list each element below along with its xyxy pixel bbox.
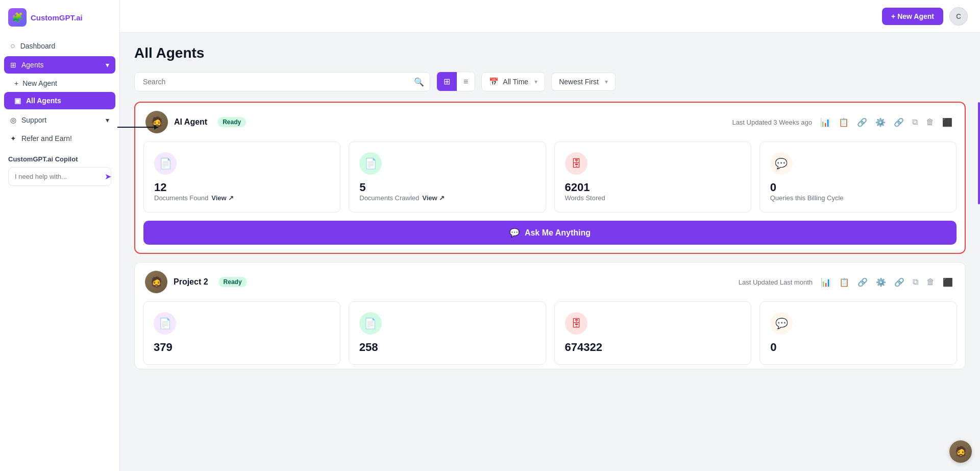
topbar: + New Agent C — [120, 0, 980, 33]
docs-crawled-label: Documents Crawled View ↗ — [359, 194, 535, 202]
stats-icon[interactable]: 📊 — [818, 115, 832, 129]
search-icon[interactable]: 🔍 — [414, 77, 424, 86]
copilot-send-icon[interactable]: ➤ — [105, 172, 111, 181]
search-input[interactable] — [134, 72, 430, 91]
scroll-indicator — [978, 102, 980, 204]
agent-1-actions: 📊 📋 🔗 ⚙️ 🔗 ⧉ 🗑 ⬛ — [818, 115, 954, 129]
sidebar-item-dashboard[interactable]: ○ Dashboard — [4, 37, 115, 55]
agent-2-actions: 📊 📋 🔗 ⚙️ 🔗 ⧉ 🗑 ⬛ — [819, 275, 955, 289]
copilot-section: CustomGPT.ai Copilot ➤ — [0, 155, 119, 186]
plus-icon: + — [14, 79, 18, 87]
agent-1-status-badge: Ready — [217, 117, 246, 127]
search-wrap: 🔍 — [134, 72, 430, 91]
docs-found-number: 12 — [154, 181, 330, 194]
copy-icon[interactable]: ⧉ — [910, 115, 920, 129]
calendar-icon: 📅 — [489, 77, 499, 86]
all-agents-icon: ▣ — [14, 97, 21, 105]
agent-1-avatar: 🧔 — [145, 111, 168, 133]
sidebar-item-support[interactable]: ◎ Support ▾ — [4, 111, 115, 129]
main-content: + New Agent C All Agents 🔍 ⊞ ≡ 📅 All Tim… — [120, 0, 980, 471]
archive-icon-2[interactable]: ⬛ — [941, 275, 955, 289]
share-icon[interactable]: 🔗 — [892, 115, 906, 129]
logo-icon: 🧩 — [8, 8, 27, 27]
agent-card-2: 🧔 Project 2 Ready Last Updated Last mont… — [134, 262, 966, 369]
sort-filter-dropdown[interactable]: Newest First ▾ — [551, 73, 616, 91]
dashboard-icon: ○ — [10, 41, 15, 51]
delete-icon-2[interactable]: 🗑 — [924, 275, 937, 289]
user-avatar[interactable]: C — [949, 7, 968, 26]
sidebar-item-all-agents[interactable]: ▣ All Agents — [4, 92, 115, 109]
new-agent-button[interactable]: + New Agent — [882, 8, 943, 25]
agent-2-status-badge: Ready — [218, 277, 247, 287]
agents-group-header[interactable]: ⊞ Agents ▾ — [4, 56, 115, 74]
docs-icon-2[interactable]: 📋 — [837, 275, 851, 289]
support-icon: ◎ — [10, 116, 16, 124]
settings-icon-2[interactable]: ⚙️ — [874, 275, 888, 289]
agent-2-name[interactable]: Project 2 — [174, 277, 208, 287]
logo-text: CustomGPT.ai — [31, 13, 83, 22]
docs-found-icon: 📄 — [154, 152, 177, 175]
docs-found-number-2: 379 — [154, 341, 330, 354]
agent-2-header: 🧔 Project 2 Ready Last Updated Last mont… — [135, 263, 965, 301]
agent-card-1: 🧔 AI Agent Ready Last Updated 3 Weeks ag… — [134, 102, 966, 254]
link-icon-2[interactable]: 🔗 — [855, 275, 870, 289]
sidebar-item-new-agent[interactable]: + New Agent — [4, 75, 115, 92]
stat-card-docs-crawled-2: 📄 258 — [349, 301, 546, 365]
dashboard-label: Dashboard — [20, 42, 56, 50]
copilot-input-wrap[interactable]: ➤ — [8, 167, 111, 186]
agents-chevron-icon: ▾ — [106, 61, 109, 69]
docs-crawled-icon: 📄 — [359, 152, 382, 175]
agent-1-last-updated: Last Updated 3 Weeks ago — [732, 119, 812, 126]
settings-icon[interactable]: ⚙️ — [873, 115, 888, 129]
docs-icon[interactable]: 📋 — [837, 115, 851, 129]
words-stored-icon: 🗄 — [565, 152, 587, 175]
link-icon[interactable]: 🔗 — [855, 115, 869, 129]
copilot-title: CustomGPT.ai Copilot — [8, 155, 111, 163]
time-filter-chevron-icon: ▾ — [534, 78, 537, 85]
support-label: Support — [21, 116, 46, 124]
refer-icon: ✦ — [10, 134, 16, 143]
avatar-image-2: 🧔 — [145, 271, 167, 293]
docs-crawled-view-link[interactable]: View ↗ — [422, 194, 445, 202]
time-filter-dropdown[interactable]: 📅 All Time ▾ — [481, 72, 545, 91]
sort-filter-label: Newest First — [559, 78, 599, 86]
support-chevron-icon: ▾ — [106, 116, 109, 124]
refer-label: Refer and Earn! — [21, 134, 72, 143]
docs-crawled-number: 5 — [359, 181, 535, 194]
stat-card-queries-2: 💬 0 — [760, 301, 957, 365]
agent-1-stats-grid: 📄 12 Documents Found View ↗ 📄 5 — [135, 142, 965, 221]
agents-label: Agents — [21, 61, 44, 69]
delete-icon[interactable]: 🗑 — [924, 115, 936, 129]
ask-bar-label: Ask Me Anything — [525, 228, 591, 238]
docs-found-icon-2: 📄 — [154, 312, 176, 335]
copy-icon-2[interactable]: ⧉ — [911, 275, 920, 289]
agent-1-name[interactable]: AI Agent — [174, 117, 207, 127]
sidebar: 🧩 CustomGPT.ai ○ Dashboard ⊞ Agents ▾ + … — [0, 0, 120, 471]
sort-filter-chevron-icon: ▾ — [605, 78, 608, 85]
stat-card-words-stored-2: 🗄 674322 — [554, 301, 752, 365]
agent-2-stats-grid: 📄 379 📄 258 🗄 674322 💬 0 — [135, 301, 965, 369]
sidebar-item-refer[interactable]: ✦ Refer and Earn! — [4, 130, 115, 147]
archive-icon[interactable]: ⬛ — [940, 115, 954, 129]
time-filter-label: All Time — [503, 78, 528, 86]
copilot-input[interactable] — [15, 173, 101, 180]
stat-card-queries: 💬 0 Queries this Billing Cycle — [760, 142, 957, 213]
page-title: All Agents — [134, 45, 966, 61]
stat-card-docs-crawled: 📄 5 Documents Crawled View ↗ — [349, 142, 546, 213]
bottom-avatar[interactable]: 🧔 — [949, 440, 972, 463]
queries-number-2: 0 — [770, 341, 946, 354]
all-agents-label: All Agents — [26, 97, 61, 105]
queries-icon: 💬 — [770, 152, 793, 175]
ask-me-anything-bar[interactable]: 💬 Ask Me Anything — [143, 221, 957, 245]
grid-view-button[interactable]: ⊞ — [437, 72, 457, 91]
words-stored-number: 6201 — [565, 181, 741, 194]
chat-icon: 💬 — [509, 228, 520, 238]
words-stored-icon-2: 🗄 — [565, 312, 587, 335]
docs-found-view-link[interactable]: View ↗ — [211, 194, 234, 202]
list-view-button[interactable]: ≡ — [457, 72, 475, 91]
share-icon-2[interactable]: 🔗 — [892, 275, 906, 289]
stat-card-docs-found: 📄 12 Documents Found View ↗ — [143, 142, 340, 213]
stats-icon-2[interactable]: 📊 — [819, 275, 833, 289]
docs-crawled-number-2: 258 — [359, 341, 535, 354]
stat-card-docs-found-2: 📄 379 — [143, 301, 340, 365]
